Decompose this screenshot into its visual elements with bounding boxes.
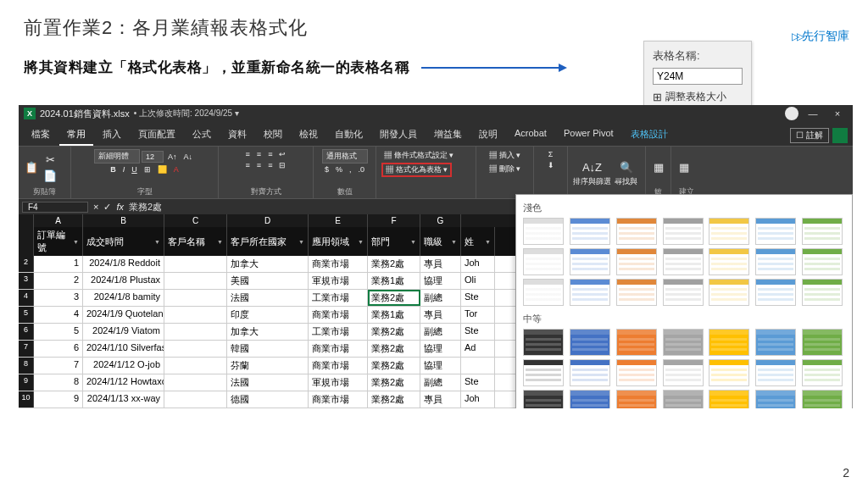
italic-icon[interactable]: I <box>120 164 128 175</box>
table-style-swatch[interactable] <box>523 279 564 306</box>
percent-icon[interactable]: % <box>333 164 345 175</box>
fx-cancel-icon[interactable]: × <box>93 202 98 212</box>
table-header[interactable]: 訂單編號▼ <box>34 227 83 256</box>
table-style-swatch[interactable] <box>616 390 657 408</box>
ribbon-tab[interactable]: 自動化 <box>327 125 370 146</box>
conditional-format-button[interactable]: ▦ 條件式格式設定 ▾ <box>381 149 456 162</box>
table-style-swatch[interactable] <box>755 279 796 306</box>
align-center-icon[interactable]: ≡ <box>254 160 264 170</box>
font-increase-icon[interactable]: A↑ <box>165 152 180 162</box>
table-style-swatch[interactable] <box>570 329 610 356</box>
table-style-swatch[interactable] <box>802 218 843 245</box>
table-style-swatch[interactable] <box>755 248 796 275</box>
column-header[interactable]: B <box>83 214 164 227</box>
comment-button[interactable]: ☐ 註解 <box>790 128 829 143</box>
ribbon-tab[interactable]: 增益集 <box>426 125 470 146</box>
copy-icon[interactable]: 📄 <box>42 168 58 183</box>
align-top-icon[interactable]: ≡ <box>243 149 253 159</box>
addin-icon[interactable]: ▦ <box>676 160 692 175</box>
ribbon-tab[interactable]: Acrobat <box>507 125 554 146</box>
table-style-swatch[interactable] <box>663 390 704 408</box>
sort-icon[interactable]: A↓Z <box>585 160 600 175</box>
delete-cells-button[interactable]: ▦ 刪除 ▾ <box>487 163 523 175</box>
select-all-corner[interactable] <box>19 214 34 227</box>
merge-icon[interactable]: ⊟ <box>276 160 288 170</box>
font-size-select[interactable]: 12 <box>142 151 164 163</box>
column-header[interactable]: E <box>309 214 368 227</box>
table-style-swatch[interactable] <box>570 359 610 386</box>
ribbon-tab[interactable]: 插入 <box>95 125 129 146</box>
font-decrease-icon[interactable]: A↓ <box>181 152 196 162</box>
ribbon-tab[interactable]: 常用 <box>59 125 93 146</box>
ribbon-tab[interactable]: 校閱 <box>256 125 290 146</box>
table-style-swatch[interactable] <box>709 279 749 306</box>
table-header[interactable]: 部門▼ <box>368 227 420 256</box>
table-style-swatch[interactable] <box>616 359 657 386</box>
number-format-select[interactable]: 通用格式 <box>322 149 368 164</box>
table-style-swatch[interactable] <box>570 390 610 408</box>
find-icon[interactable]: 🔍 <box>619 160 634 175</box>
table-style-swatch[interactable] <box>755 390 796 408</box>
paste-icon[interactable]: 📋 <box>24 160 39 175</box>
close-button[interactable]: × <box>827 108 848 119</box>
table-style-swatch[interactable] <box>663 279 704 306</box>
table-header[interactable]: 應用領域▼ <box>309 227 368 256</box>
align-mid-icon[interactable]: ≡ <box>254 149 264 159</box>
table-style-swatch[interactable] <box>523 359 564 386</box>
table-name-input[interactable] <box>653 68 743 85</box>
align-bot-icon[interactable]: ≡ <box>265 149 275 159</box>
column-header[interactable]: A <box>34 214 83 227</box>
ribbon-tab[interactable]: 開發人員 <box>372 125 425 146</box>
format-as-table-button[interactable]: ▦ 格式化為表格 ▾ <box>381 163 452 177</box>
table-style-swatch[interactable] <box>616 248 657 275</box>
table-style-swatch[interactable] <box>663 359 704 386</box>
table-header[interactable]: 客戶名稱▼ <box>164 227 227 256</box>
table-style-swatch[interactable] <box>523 390 564 408</box>
fx-icon[interactable]: fx <box>116 202 124 212</box>
dec-inc-icon[interactable]: .0 <box>356 164 368 175</box>
table-style-swatch[interactable] <box>802 329 843 356</box>
border-icon[interactable]: ⊞ <box>142 164 153 175</box>
resize-table-button[interactable]: 調整表格大小 <box>653 90 743 104</box>
table-header[interactable]: 姓▼ <box>461 227 495 256</box>
table-style-swatch[interactable] <box>523 329 564 356</box>
name-box[interactable]: F4 <box>22 202 88 213</box>
table-style-swatch[interactable] <box>523 218 564 245</box>
ribbon-tab[interactable]: 公式 <box>185 125 219 146</box>
column-header[interactable]: G <box>420 214 461 227</box>
font-color-icon[interactable]: A <box>171 164 181 175</box>
ribbon-tab[interactable]: 表格設計 <box>623 125 676 146</box>
table-style-swatch[interactable] <box>709 390 749 408</box>
align-left-icon[interactable]: ≡ <box>243 160 253 170</box>
table-style-swatch[interactable] <box>755 329 796 356</box>
cut-icon[interactable]: ✂ <box>42 152 58 167</box>
autosum-icon[interactable]: Σ <box>546 149 556 159</box>
table-style-swatch[interactable] <box>709 248 749 275</box>
table-style-swatch[interactable] <box>663 329 704 356</box>
fill-down-icon[interactable]: ⬇ <box>545 160 557 170</box>
column-header[interactable]: D <box>227 214 309 227</box>
table-style-swatch[interactable] <box>755 359 796 386</box>
ribbon-tab[interactable]: Power Pivot <box>556 125 621 146</box>
table-style-swatch[interactable] <box>570 218 610 245</box>
table-style-swatch[interactable] <box>709 218 749 245</box>
table-header[interactable]: 客戶所在國家▼ <box>227 227 309 256</box>
align-right-icon[interactable]: ≡ <box>265 160 275 170</box>
table-style-swatch[interactable] <box>570 279 610 306</box>
comma-icon[interactable]: , <box>347 164 354 175</box>
table-style-swatch[interactable] <box>616 329 657 356</box>
ribbon-tab[interactable]: 檔案 <box>24 125 58 146</box>
table-style-swatch[interactable] <box>709 359 749 386</box>
sensitivity-icon[interactable]: ▦ <box>651 160 665 175</box>
ribbon-tab[interactable]: 頁面配置 <box>131 125 183 146</box>
minimize-button[interactable]: — <box>803 108 823 119</box>
share-button[interactable] <box>832 128 848 143</box>
table-style-swatch[interactable] <box>616 218 657 245</box>
table-style-swatch[interactable] <box>663 248 704 275</box>
table-style-swatch[interactable] <box>523 248 564 275</box>
table-header[interactable]: 成交時間▼ <box>83 227 164 256</box>
table-header[interactable]: 職級▼ <box>420 227 461 256</box>
ribbon-tab[interactable]: 資料 <box>220 125 254 146</box>
underline-icon[interactable]: U <box>129 164 140 175</box>
insert-cells-button[interactable]: ▦ 插入 ▾ <box>487 149 523 162</box>
